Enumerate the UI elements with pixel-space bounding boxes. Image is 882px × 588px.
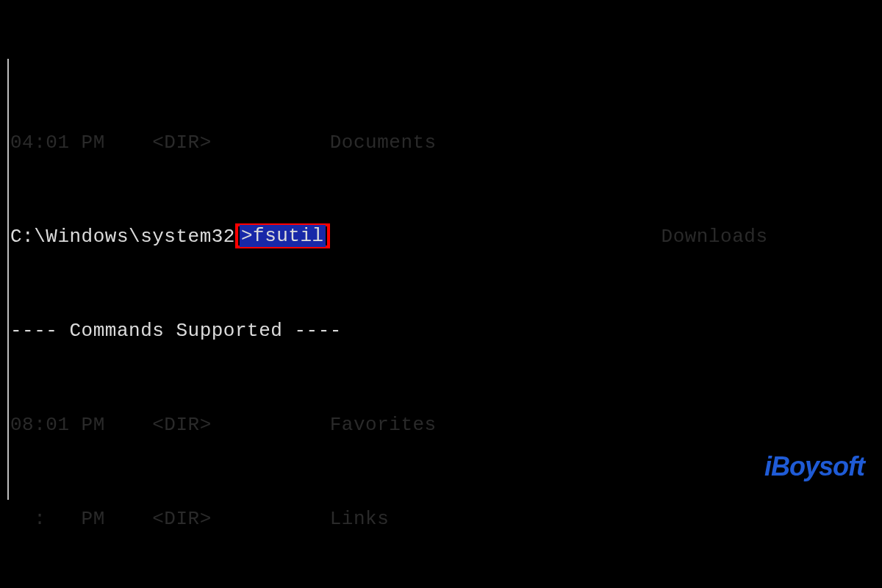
terminal-output[interactable]: 04:01 PM <DIR> Documents C:\Windows\syst… [10, 60, 882, 588]
header-line: ---- Commands Supported ---- [10, 319, 882, 343]
typed-command: fsutil [253, 225, 324, 247]
ghost-line: 04:01 PM <DIR> Documents [10, 131, 882, 154]
prompt-chevron: > [241, 225, 253, 247]
ghost-line: 08:01 PM <DIR> Favorites [10, 413, 882, 437]
prompt-path: C:\Windows\system32 [10, 226, 235, 248]
scrollbar-track[interactable] [7, 59, 9, 500]
ghost-line: : PM <DIR> Links [10, 507, 882, 531]
ghost-text: Downloads [330, 226, 768, 248]
terminal-frame: 04:01 PM <DIR> Documents C:\Windows\syst… [0, 59, 882, 500]
command-highlight-box: >fsutil [235, 223, 330, 248]
watermark-logo: iBoysoft [764, 451, 864, 482]
prompt-line: C:\Windows\system32>fsutil Downloads [10, 225, 882, 248]
